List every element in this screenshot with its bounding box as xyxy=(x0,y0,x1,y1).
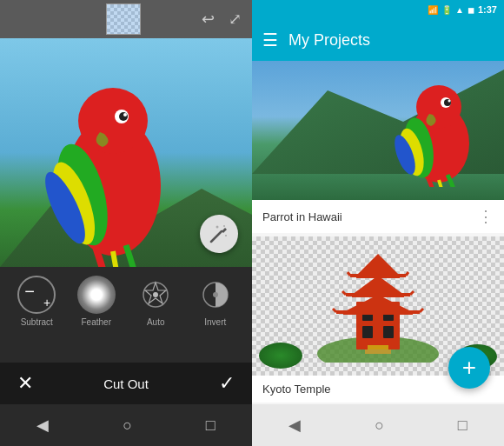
project-image-hawaii xyxy=(252,61,504,200)
svg-point-24 xyxy=(448,100,451,103)
svg-line-35 xyxy=(406,272,408,276)
svg-line-8 xyxy=(211,231,222,242)
invert-label: Invert xyxy=(204,317,226,327)
svg-point-10 xyxy=(225,235,227,236)
recent-button-right[interactable]: □ xyxy=(458,416,468,435)
auto-icon xyxy=(136,276,175,314)
svg-line-39 xyxy=(342,291,346,295)
left-toolbar: ↩ ⤢ xyxy=(0,0,252,38)
nav-bar-left: ◀ ○ □ xyxy=(0,404,252,446)
battery-icon: 🔋 xyxy=(441,5,452,15)
canvas-area[interactable] xyxy=(0,38,252,267)
svg-point-6 xyxy=(119,112,128,121)
parrot-svg-left xyxy=(35,56,191,267)
wand-icon xyxy=(209,223,229,244)
invert-icon xyxy=(196,276,235,314)
tool-title: Cut Out xyxy=(103,376,149,391)
svg-point-14 xyxy=(153,292,158,297)
auto-tool[interactable]: Auto xyxy=(136,276,175,327)
fab-button[interactable]: + xyxy=(448,347,490,389)
svg-point-9 xyxy=(216,226,219,229)
nav-bar-right: ◀ ○ □ xyxy=(252,404,504,446)
svg-line-34 xyxy=(348,272,350,276)
signal-icon: ◼ xyxy=(468,5,474,15)
svg-marker-31 xyxy=(356,254,400,276)
svg-point-1 xyxy=(78,88,148,154)
svg-line-40 xyxy=(410,291,414,295)
svg-rect-46 xyxy=(365,349,391,354)
left-panel: ↩ ⤢ xyxy=(0,0,252,446)
kyoto-bush-left xyxy=(259,343,302,369)
svg-point-7 xyxy=(123,113,127,116)
svg-rect-29 xyxy=(362,326,373,338)
hawaii-name: Parrot in Hawaii xyxy=(262,210,342,223)
app-bar: ☰ My Projects xyxy=(252,19,504,61)
confirm-button[interactable]: ✓ xyxy=(219,372,235,395)
auto-label: Auto xyxy=(147,317,165,327)
wand-button[interactable] xyxy=(200,215,238,253)
expand-button[interactable]: ⤢ xyxy=(229,10,242,29)
kyoto-name: Kyoto Temple xyxy=(262,383,331,396)
feather-tool[interactable]: Feather xyxy=(77,276,116,327)
bluetooth-icon: 📶 xyxy=(428,5,438,15)
hawaii-meta: Parrot in Hawaii ⋮ xyxy=(252,200,504,233)
svg-line-45 xyxy=(420,309,423,312)
invert-tool[interactable]: Invert xyxy=(196,276,235,327)
app-title: My Projects xyxy=(288,31,370,50)
tools-row: − + Subtract Feather Auto xyxy=(0,267,252,330)
subtract-tool[interactable]: − + Subtract xyxy=(17,276,56,327)
feather-icon xyxy=(77,276,116,314)
cancel-button[interactable]: ✕ xyxy=(17,372,33,395)
wifi-icon: ▲ xyxy=(455,5,464,15)
back-button-left[interactable]: ◀ xyxy=(36,416,49,435)
right-panel: 📶 🔋 ▲ ◼ 1:37 ☰ My Projects xyxy=(252,0,504,446)
svg-line-44 xyxy=(333,309,336,312)
time-display: 1:37 xyxy=(478,4,497,15)
kyoto-temple-svg xyxy=(317,250,439,363)
svg-point-11 xyxy=(223,225,225,227)
projects-list: Parrot in Hawaii ⋮ xyxy=(252,61,504,404)
subtract-label: Subtract xyxy=(21,317,53,327)
recent-button-left[interactable]: □ xyxy=(206,416,216,435)
project-item-kyoto[interactable]: Kyoto Temple + xyxy=(252,236,504,403)
svg-rect-47 xyxy=(368,345,388,349)
feather-label: Feather xyxy=(82,317,111,327)
svg-marker-36 xyxy=(352,276,404,295)
svg-point-18 xyxy=(416,85,461,129)
home-button-right[interactable]: ○ xyxy=(375,416,384,435)
parrot-hawaii-svg xyxy=(391,74,487,187)
svg-point-16 xyxy=(213,292,218,297)
thumbnail-preview xyxy=(106,3,141,35)
home-button-left[interactable]: ○ xyxy=(123,416,132,435)
subtract-icon: − + xyxy=(17,276,56,314)
bottom-action-bar: ✕ Cut Out ✓ xyxy=(0,363,252,404)
back-button-right[interactable]: ◀ xyxy=(288,416,301,435)
hawaii-more-button[interactable]: ⋮ xyxy=(478,207,494,226)
svg-rect-30 xyxy=(383,326,394,338)
status-bar: 📶 🔋 ▲ ◼ 1:37 xyxy=(252,0,504,19)
menu-button[interactable]: ☰ xyxy=(262,30,278,50)
project-item-hawaii[interactable]: Parrot in Hawaii ⋮ xyxy=(252,61,504,233)
undo-button[interactable]: ↩ xyxy=(202,10,215,29)
bottom-tools: − + Subtract Feather Auto xyxy=(0,267,252,363)
toolbar-actions: ↩ ⤢ xyxy=(202,10,242,29)
